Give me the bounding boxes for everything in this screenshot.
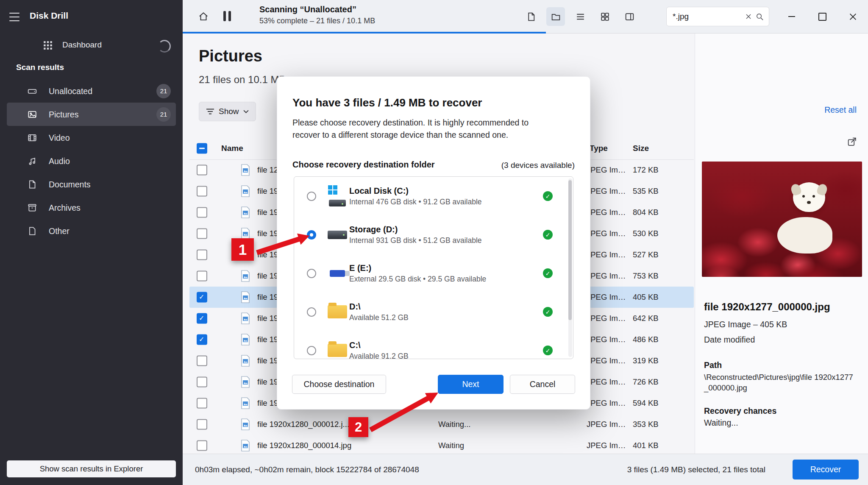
radio-button[interactable] <box>307 307 316 317</box>
grid-view-icon[interactable] <box>595 7 614 26</box>
sidebar: Disk Drill Dashboard Scan results Unallo… <box>0 0 183 485</box>
ok-check-icon <box>543 191 553 201</box>
row-checkbox[interactable] <box>197 250 207 260</box>
row-checkbox[interactable] <box>197 271 207 282</box>
file-view-icon[interactable] <box>522 7 540 26</box>
device-option-folder-c[interactable]: C:\ Available 91.2 GB <box>294 331 573 359</box>
cancel-button[interactable]: Cancel <box>510 375 575 394</box>
preview-panel-toggle-icon[interactable] <box>620 7 639 26</box>
toolbar: Scanning “Unallocated” 53% complete – 21… <box>183 0 868 33</box>
sidebar-item-label: Pictures <box>49 109 78 119</box>
preview-image[interactable] <box>702 162 862 277</box>
open-external-icon[interactable] <box>847 137 857 147</box>
file-type: JPEG Image <box>587 187 627 196</box>
device-details: Available 51.2 GB <box>349 313 543 322</box>
image-file-icon <box>240 164 250 176</box>
choose-destination-button[interactable]: Choose destination <box>292 375 386 394</box>
device-details: Internal 931 GB disk • 51.2 GB available <box>349 236 543 245</box>
row-checkbox[interactable] <box>197 356 207 366</box>
sidebar-item-dashboard[interactable]: Dashboard <box>0 36 183 55</box>
file-status: Waiting... <box>438 420 470 429</box>
radio-button[interactable] <box>307 269 316 278</box>
sidebar-item-video[interactable]: Video <box>7 126 176 149</box>
row-checkbox[interactable] <box>197 419 207 430</box>
file-name: file 19 <box>257 271 278 281</box>
scan-title: Scanning “Unallocated” <box>259 5 375 14</box>
file-type: JPEG Image <box>587 314 627 323</box>
row-checkbox[interactable] <box>197 292 207 303</box>
clear-search-icon[interactable] <box>746 14 751 20</box>
dog-head <box>793 182 825 212</box>
recover-button[interactable]: Recover <box>793 460 859 479</box>
file-name: file 1920x1280_000014.jpg <box>257 441 351 450</box>
sidebar-item-documents[interactable]: Documents <box>7 173 176 196</box>
row-checkbox[interactable] <box>197 334 207 345</box>
next-button[interactable]: Next <box>438 375 504 394</box>
image-file-icon <box>240 206 250 218</box>
device-option-storage-d[interactable]: Storage (D:) Internal 931 GB disk • 51.2… <box>294 215 573 254</box>
dialog-title: You have 3 files / 1.49 MB to recover <box>292 96 482 109</box>
file-size: 486 KB <box>633 335 659 344</box>
image-file-icon <box>240 418 250 430</box>
column-header-name[interactable]: Name <box>221 144 243 153</box>
device-option-folder-d[interactable]: D:\ Available 51.2 GB <box>294 293 573 331</box>
row-checkbox[interactable] <box>197 207 207 218</box>
show-filter-button[interactable]: Show <box>199 102 256 121</box>
scan-status: Scanning “Unallocated” 53% complete – 21… <box>259 5 375 25</box>
row-checkbox[interactable] <box>197 229 207 239</box>
radio-button[interactable] <box>307 192 316 201</box>
pause-scan-icon[interactable] <box>223 11 231 21</box>
device-name: Local Disk (C:) <box>349 186 543 196</box>
radio-button[interactable] <box>307 230 316 240</box>
row-checkbox[interactable] <box>197 165 207 176</box>
minimize-button[interactable] <box>776 0 807 33</box>
search-icon[interactable] <box>756 13 764 21</box>
table-row[interactable]: file 1920x1280_000014.jpg Waiting JPEG I… <box>189 435 694 454</box>
sidebar-item-pictures[interactable]: Pictures 21 <box>7 103 176 126</box>
device-option-local-disk-c[interactable]: Local Disk (C:) Internal 476 GB disk • 9… <box>294 177 573 215</box>
menu-icon[interactable] <box>9 12 19 22</box>
row-checkbox[interactable] <box>197 313 207 324</box>
scan-elapsed-text: 0h03m elapsed, ~0h02m remain, block 1522… <box>195 465 419 474</box>
select-all-checkbox[interactable] <box>197 143 207 153</box>
recovery-dialog: You have 3 files / 1.49 MB to recover Pl… <box>277 76 590 410</box>
show-button-label: Show <box>219 107 239 116</box>
file-name: file 12 <box>257 165 278 175</box>
dog-body <box>777 217 832 254</box>
file-type: JPEG Image <box>587 399 627 408</box>
path-value: \Reconstructed\Pictures\jpg\file 1920x12… <box>704 372 857 393</box>
sidebar-item-unallocated[interactable]: Unallocated 21 <box>7 79 176 103</box>
column-header-size[interactable]: Size <box>633 144 649 153</box>
maximize-button[interactable] <box>807 0 837 33</box>
row-checkbox[interactable] <box>197 377 207 387</box>
scrollbar-thumb[interactable] <box>568 180 572 320</box>
home-icon[interactable] <box>198 11 209 22</box>
file-size: 642 KB <box>633 314 659 323</box>
table-row[interactable]: file 1920x1280_000012.j... Waiting... JP… <box>189 414 694 435</box>
radio-button[interactable] <box>307 346 316 355</box>
row-checkbox[interactable] <box>197 440 207 451</box>
column-header-type[interactable]: Type <box>590 144 608 153</box>
sidebar-item-other[interactable]: Other <box>7 219 176 242</box>
video-icon <box>27 133 37 143</box>
close-button[interactable] <box>837 0 868 33</box>
folder-view-icon[interactable] <box>546 7 565 26</box>
list-view-icon[interactable] <box>571 7 590 26</box>
sidebar-item-label: Video <box>49 133 70 142</box>
device-name: E (E:) <box>349 263 543 273</box>
file-size: 353 KB <box>633 420 659 429</box>
sidebar-item-archives[interactable]: Archives <box>7 196 176 219</box>
filter-icon <box>206 108 214 115</box>
show-in-explorer-button[interactable]: Show scan results in Explorer <box>7 460 176 477</box>
row-checkbox[interactable] <box>197 398 207 409</box>
search-input[interactable] <box>672 11 741 22</box>
sidebar-item-audio[interactable]: Audio <box>7 149 176 173</box>
row-checkbox[interactable] <box>197 186 207 197</box>
reset-all-link[interactable]: Reset all <box>824 105 857 115</box>
selection-summary: 3 files (1.49 MB) selected, 21 files tot… <box>627 465 765 474</box>
file-name: file 1920x1280_000012.j... <box>257 420 349 429</box>
document-icon <box>27 179 37 190</box>
recovery-chances-value: Waiting... <box>704 418 738 428</box>
device-option-e[interactable]: E (E:) External 29.5 GB disk • 29.5 GB a… <box>294 254 573 293</box>
recovery-chances-label: Recovery chances <box>704 406 776 416</box>
